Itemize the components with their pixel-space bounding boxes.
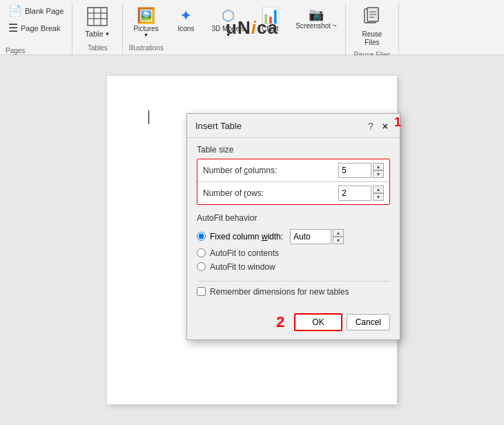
cancel-button[interactable]: Cancel — [347, 314, 390, 330]
ok-button[interactable]: OK — [294, 313, 342, 331]
fixed-width-label: Fixed column width: — [210, 232, 283, 241]
pictures-label: Pictures — [133, 25, 158, 32]
red-number-2: 2 — [276, 313, 284, 331]
dialog-help-button[interactable]: ? — [368, 121, 374, 132]
rows-field-row: Number of rows: ▲ ▼ — [197, 182, 389, 204]
autofit-label: AutoFit behavior — [197, 213, 390, 223]
columns-input[interactable] — [338, 163, 371, 178]
models-3d-label: 3D Models — [211, 25, 244, 32]
dialog-close-button[interactable]: × — [379, 119, 391, 133]
columns-field-row: Number of columns: ▲ ▼ — [197, 159, 389, 182]
blank-page-button[interactable]: 📄 Blank Page — [6, 3, 66, 19]
pictures-button[interactable]: 🖼️ Pictures ▼ — [128, 6, 163, 39]
dialog-titlebar: Insert Table ? × 1 — [187, 114, 400, 138]
fixed-width-row: Fixed column width: ▲ ▼ — [197, 227, 390, 246]
icons-button[interactable]: ✦ Icons — [168, 6, 203, 39]
autofit-contents-radio[interactable] — [197, 248, 206, 257]
autofit-window-row: AutoFit to window — [197, 260, 390, 274]
icons-icon: ✦ — [180, 7, 192, 25]
reuse-files-group: Reuse Files Reuse Files — [346, 3, 400, 55]
screenshot-icon: 📷 — [309, 7, 324, 22]
screenshot-button[interactable]: 📷 Screenshot ~ — [293, 6, 339, 39]
rows-input[interactable] — [338, 186, 371, 201]
table-dropdown-icon: ▼ — [105, 31, 110, 37]
remember-checkbox-row: Remember dimensions for new tables — [197, 281, 390, 304]
fixed-width-input-group: ▲ ▼ — [290, 229, 344, 244]
columns-label-text: Number of columns: — [203, 166, 277, 175]
text-cursor — [148, 110, 149, 124]
fixed-width-down-button[interactable]: ▼ — [333, 237, 344, 244]
autofit-section: AutoFit behavior Fixed column width: ▲ — [197, 213, 390, 274]
pages-items: 📄 Blank Page ☰ Page Break — [6, 3, 66, 44]
remember-label: Remember dimensions for new tables — [210, 287, 349, 297]
insert-table-dialog: Insert Table ? × 1 Table size Num — [186, 113, 400, 340]
pages-group: 📄 Blank Page ☰ Page Break Pages — [0, 3, 72, 55]
chart-button[interactable]: 📊 Chart — [253, 6, 287, 39]
ribbon: 📄 Blank Page ☰ Page Break Pages — [0, 0, 504, 55]
fixed-width-input[interactable] — [290, 229, 331, 244]
fixed-width-spin-buttons: ▲ ▼ — [333, 229, 344, 244]
autofit-window-radio[interactable] — [197, 262, 206, 271]
table-size-label: Table size — [197, 145, 390, 155]
pages-group-label: Pages — [6, 44, 66, 55]
reuse-files-label: Reuse Files — [362, 30, 382, 47]
document-area: Insert Table ? × 1 Table size Num — [0, 55, 504, 425]
table-size-fields: Number of columns: ▲ ▼ — [197, 159, 390, 205]
table-label: Table — [85, 30, 103, 38]
reuse-files-icon — [362, 7, 382, 29]
screenshot-label: Screenshot ~ — [295, 22, 336, 30]
chart-label: Chart — [262, 25, 278, 32]
remember-checkbox[interactable] — [197, 287, 206, 296]
blank-page-icon: 📄 — [8, 4, 22, 17]
columns-spin-buttons: ▲ ▼ — [373, 163, 384, 178]
rows-down-button[interactable]: ▼ — [373, 193, 384, 201]
red-number-1: 1 — [394, 115, 401, 130]
rows-up-button[interactable]: ▲ — [373, 186, 384, 193]
reuse-files-button[interactable]: Reuse Files — [358, 6, 386, 48]
rows-label: Number of rows: — [203, 188, 338, 198]
pictures-dropdown: ▼ — [144, 32, 148, 37]
icons-label: Icons — [178, 25, 195, 32]
dialog-title: Insert Table — [195, 121, 242, 131]
app-window: 📄 Blank Page ☰ Page Break Pages — [0, 0, 504, 425]
pictures-icon: 🖼️ — [137, 7, 155, 25]
illus-items: 🖼️ Pictures ▼ ✦ Icons ⬡ 3D Models ▼ � — [128, 6, 339, 39]
rows-spinner: ▲ ▼ — [338, 186, 384, 201]
illustrations-group: 🖼️ Pictures ▼ ✦ Icons ⬡ 3D Models ▼ � — [123, 3, 345, 55]
models-3d-icon: ⬡ — [222, 7, 235, 25]
table-icon — [87, 7, 108, 30]
page-break-label: Page Break — [21, 24, 60, 32]
illustrations-group-label: Illustrations — [128, 41, 339, 52]
chart-icon: 📊 — [261, 7, 280, 25]
autofit-contents-row: AutoFit to contents — [197, 246, 390, 260]
rows-label-text: Number of rows: — [203, 188, 264, 198]
rows-spin-buttons: ▲ ▼ — [373, 186, 384, 201]
columns-spinner: ▲ ▼ — [338, 163, 384, 178]
tables-group-label: Tables — [88, 41, 108, 52]
fixed-width-up-button[interactable]: ▲ — [333, 229, 344, 237]
ribbon-toolbar: 📄 Blank Page ☰ Page Break Pages — [0, 0, 504, 55]
tables-group: Table ▼ Tables — [72, 3, 123, 55]
table-label-row: Table ▼ — [85, 30, 110, 38]
autofit-contents-label: AutoFit to contents — [210, 248, 279, 258]
blank-page-label: Blank Page — [25, 7, 64, 15]
columns-down-button[interactable]: ▼ — [373, 170, 384, 178]
columns-up-button[interactable]: ▲ — [373, 163, 384, 170]
models-3d-button[interactable]: ⬡ 3D Models ▼ — [209, 6, 247, 39]
models-3d-dropdown: ▼ — [226, 32, 231, 37]
dialog-body: Table size Number of columns: ▲ — [187, 138, 400, 313]
table-button[interactable]: Table ▼ — [81, 6, 114, 39]
fixed-width-radio[interactable] — [197, 232, 206, 241]
dialog-title-right: ? × 1 — [368, 119, 391, 133]
svg-rect-0 — [88, 8, 107, 26]
columns-label: Number of columns: — [203, 166, 338, 175]
dialog-footer: 2 OK Cancel — [187, 313, 400, 339]
autofit-window-label: AutoFit to window — [210, 262, 275, 272]
page-break-button[interactable]: ☰ Page Break — [6, 20, 66, 36]
page-break-icon: ☰ — [8, 21, 18, 34]
